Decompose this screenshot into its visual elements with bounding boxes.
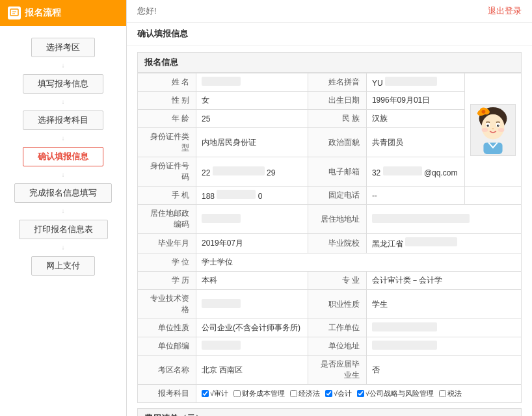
value-exam-area: 北京 西南区	[196, 356, 308, 385]
label-job-nature: 职业性质	[308, 290, 366, 319]
subject-cost-checkbox[interactable]	[233, 390, 241, 397]
step-4[interactable]: 确认填报信息	[0, 142, 126, 172]
main-content: 您好! 退出登录 确认填报信息 报名信息 姓 名 姓名拼音 YU	[127, 0, 532, 416]
label-exam-area: 考区名称	[138, 356, 196, 385]
svg-point-15	[482, 128, 488, 132]
svg-point-13	[498, 124, 499, 125]
svg-rect-0	[10, 9, 18, 16]
value-name	[196, 73, 308, 92]
top-bar: 您好! 退出登录	[127, 0, 532, 23]
subject-econ-checkbox[interactable]	[290, 390, 297, 397]
row-degree: 学 位 学士学位	[138, 254, 522, 272]
unit-address-masked	[372, 341, 437, 350]
postal-masked	[202, 214, 241, 223]
subject-audit-checkbox[interactable]	[202, 390, 209, 397]
value-job-nature: 学生	[366, 290, 521, 319]
subject-tax-checkbox[interactable]	[439, 390, 446, 397]
sidebar-header: 报名流程	[0, 0, 126, 26]
label-phone: 手 机	[138, 187, 196, 205]
label-unit-nature: 单位性质	[138, 319, 196, 337]
section-title: 报名信息	[137, 52, 522, 73]
step-1-btn[interactable]: 选择考区	[31, 38, 95, 57]
subject-cost-label: 财务成本管理	[242, 389, 285, 398]
label-age: 年 龄	[138, 110, 196, 128]
info-table: 姓 名 姓名拼音 YU	[137, 73, 522, 403]
value-id-number: 22 29	[196, 157, 308, 187]
row-edu: 学 历 本科 专 业 会计审计类－会计学	[138, 272, 522, 290]
sidebar-header-icon	[8, 6, 21, 20]
label-email: 电子邮箱	[308, 157, 366, 187]
page-title: 确认填报信息	[127, 23, 532, 46]
sidebar-steps: 选择考区 ↓ 填写报考信息 ↓ 选择报考科目 ↓ 确认填报信息 ↓ 完成报名信息…	[0, 26, 126, 287]
subject-econ-label: 经济法	[299, 389, 320, 398]
subject-accounting-checkbox[interactable]	[325, 390, 332, 397]
fee-title: 费用清单（元）	[137, 408, 522, 416]
value-unit-address	[366, 337, 521, 356]
step-6-btn[interactable]: 打印报名信息表	[19, 220, 108, 239]
value-gender: 女	[196, 92, 308, 110]
label-grad-school: 毕业院校	[308, 234, 366, 254]
pinyin-masked	[385, 77, 437, 86]
step-6[interactable]: 打印报名信息表	[0, 214, 126, 244]
label-id-type: 身份证件类型	[138, 128, 196, 157]
step-3[interactable]: 选择报考科目	[0, 105, 126, 135]
phone-masked	[217, 190, 256, 199]
sidebar: 报名流程 选择考区 ↓ 填写报考信息 ↓ 选择报考科目 ↓ 确认填报信息 ↓ 完…	[0, 0, 127, 416]
label-name: 姓 名	[138, 73, 196, 92]
subject-accounting-label: √会计	[334, 389, 352, 398]
row-postal: 居住地邮政编码 居住地地址	[138, 205, 522, 234]
subject-list: √审计 财务成本管理 经济法	[202, 389, 516, 398]
label-id-number: 身份证件号码	[138, 157, 196, 187]
subject-audit-label: √审计	[210, 389, 228, 398]
step-5-arrow: ↓	[0, 208, 126, 214]
step-7[interactable]: 网上支付	[0, 251, 126, 281]
tech-masked	[202, 299, 241, 308]
step-1[interactable]: 选择考区	[0, 32, 126, 62]
step-5[interactable]: 完成报名信息填写	[0, 178, 126, 208]
value-postal	[196, 205, 308, 234]
step-2[interactable]: 填写报考信息	[0, 69, 126, 99]
value-email: 32 @qq.com	[366, 157, 464, 187]
label-address: 居住地地址	[308, 205, 366, 234]
value-unit-nature: 公司企业(不含会计师事务所)	[196, 319, 308, 337]
label-gender: 性 别	[138, 92, 196, 110]
greeting: 您好!	[137, 5, 157, 17]
value-landline: --	[366, 187, 464, 205]
value-ethnicity: 汉族	[366, 110, 464, 128]
row-gender: 性 别 女 出生日期 1996年09月01日	[138, 92, 522, 110]
row-phone: 手 机 188 0 固定电话 --	[138, 187, 522, 205]
row-grad: 毕业年月 2019年07月 毕业院校 黑龙江省	[138, 234, 522, 254]
row-unit: 单位性质 公司企业(不含会计师事务所) 工作单位	[138, 319, 522, 337]
logout-button[interactable]: 退出登录	[488, 5, 522, 17]
subject-strategy-checkbox[interactable]	[357, 390, 364, 397]
step-4-btn[interactable]: 确认填报信息	[23, 147, 103, 166]
step-7-btn[interactable]: 网上支付	[31, 256, 95, 276]
label-unit-address: 单位地址	[308, 337, 366, 356]
row-subjects: 报考科目 √审计 财务成本管理	[138, 385, 522, 403]
label-subjects: 报考科目	[138, 385, 196, 403]
label-landline: 固定电话	[308, 187, 366, 205]
row-tech: 专业技术资格 职业性质 学生	[138, 290, 522, 319]
subject-audit: √审计	[202, 389, 228, 398]
step-5-btn[interactable]: 完成报名信息填写	[14, 183, 112, 203]
value-address	[366, 205, 521, 234]
value-grad-month: 2019年07月	[196, 234, 308, 254]
svg-point-11	[497, 124, 499, 126]
subject-tax-label: 税法	[447, 389, 462, 398]
label-ethnicity: 民 族	[308, 110, 366, 128]
step-4-arrow: ↓	[0, 172, 126, 178]
label-work-unit: 工作单位	[308, 319, 366, 337]
value-edu: 本科	[196, 272, 308, 290]
svg-point-16	[498, 128, 505, 132]
step-1-arrow: ↓	[0, 62, 126, 69]
value-degree: 学士学位	[196, 254, 522, 272]
value-age: 25	[196, 110, 308, 128]
step-3-btn[interactable]: 选择报考科目	[23, 110, 103, 130]
row-age: 年 龄 25 民 族 汉族	[138, 110, 522, 128]
svg-point-7	[482, 114, 505, 139]
school-masked	[405, 237, 457, 246]
step-6-arrow: ↓	[0, 244, 126, 251]
svg-point-10	[486, 124, 488, 126]
subject-accounting: √会计	[325, 389, 352, 398]
step-2-btn[interactable]: 填写报考信息	[23, 74, 103, 94]
